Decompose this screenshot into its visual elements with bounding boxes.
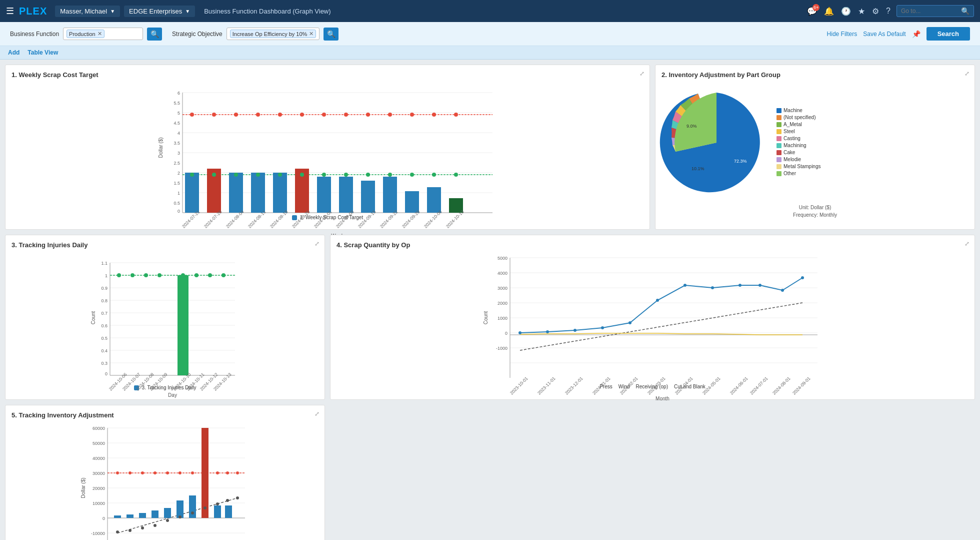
bdot11 (236, 496, 239, 499)
business-function-remove-icon[interactable]: ✕ (98, 31, 102, 37)
svg-text:3000: 3000 (498, 286, 508, 291)
chart-2-expand-icon[interactable]: ⤢ (964, 70, 970, 77)
clock-icon[interactable]: 🕐 (841, 7, 851, 16)
svg-text:-1000: -1000 (496, 346, 508, 351)
svg-text:2000: 2000 (498, 301, 508, 306)
company-menu[interactable]: EDGE Enterprises ▼ (124, 6, 195, 17)
legend-dot-notspec (776, 115, 782, 120)
svg-text:10000: 10000 (92, 501, 105, 506)
svg-text:Day: Day (168, 392, 177, 398)
legend-notspec: (Not specified) (776, 115, 820, 120)
rdot5 (166, 471, 169, 474)
star-icon[interactable]: ★ (858, 7, 865, 16)
legend-dot-other (776, 171, 782, 176)
inj-dot4 (158, 273, 162, 277)
svg-text:4: 4 (178, 131, 180, 136)
help-icon[interactable]: ? (886, 7, 890, 16)
c5bar10 (225, 505, 232, 518)
legend-melodie: Melodie (776, 157, 820, 162)
page-title: Business Function Dashboard (Graph View) (204, 8, 807, 15)
rdot9 (216, 471, 219, 474)
hamburger-menu[interactable]: ☰ (6, 6, 14, 17)
nav-icons-group: 💬6+ 🔔 🕐 ★ ⚙ ? (807, 7, 890, 16)
dot-r13 (454, 113, 458, 117)
save-as-default-link[interactable]: Save As Default (863, 31, 906, 38)
chart-5-card: 5. Tracking Inventory Adjustment ⤢ Dolla… (5, 405, 325, 540)
bar-8 (339, 177, 353, 213)
pie-label-101: 10.1% (692, 166, 704, 171)
chart-4-title: 4. Scrap Quantity by Op (336, 241, 968, 249)
inj-dot7 (208, 273, 212, 277)
chart-1-legend-label: 1. Weekly Scrap Cost Target (300, 215, 363, 220)
company-name: EDGE Enterprises (129, 8, 182, 15)
business-function-tag: Production ✕ (66, 30, 104, 38)
nav-search-input[interactable] (901, 8, 961, 15)
chart-3-expand-icon[interactable]: ⤢ (314, 240, 320, 247)
dot-r8 (344, 113, 348, 117)
c5bar8 (202, 428, 208, 518)
strategic-objective-input[interactable]: Increase Op Efficiency by 10% ✕ (226, 28, 320, 40)
dot-b6 (656, 299, 659, 302)
action-bar: Add Table View (0, 46, 980, 60)
bell-icon[interactable]: 🔔 (824, 7, 834, 16)
dot-b1 (518, 331, 522, 334)
pin-icon[interactable]: 📌 (912, 30, 920, 38)
legend-casting: Casting (776, 136, 820, 141)
svg-text:0: 0 (102, 516, 105, 521)
svg-text:0.5: 0.5 (174, 201, 180, 206)
pie-label-72: 72.3% (734, 159, 747, 164)
svg-text:0.9: 0.9 (101, 286, 108, 291)
chart-3-title: 3. Tracking Injuries Daily (12, 241, 318, 249)
bdot1 (116, 530, 119, 533)
business-function-search-button[interactable]: 🔍 (147, 28, 162, 41)
strategic-objective-search-button[interactable]: 🔍 (324, 28, 338, 41)
svg-text:0.8: 0.8 (101, 298, 108, 303)
user-menu[interactable]: Masser, Michael ▼ (55, 6, 120, 17)
add-link[interactable]: Add (8, 49, 20, 56)
chart-4-svg: Count 5000 4000 3000 2000 1000 0 -1000 (336, 253, 968, 383)
bar-5 (273, 173, 287, 213)
svg-text:2.5: 2.5 (174, 161, 180, 166)
svg-text:1.5: 1.5 (174, 181, 180, 186)
rdot1 (116, 471, 119, 474)
dot-b3 (574, 329, 576, 332)
dot-r12 (432, 113, 436, 117)
nav-search-icon[interactable]: 🔍 (961, 7, 970, 15)
hide-filters-link[interactable]: Hide Filters (827, 31, 858, 38)
dot-r7 (322, 113, 326, 117)
svg-text:1000: 1000 (498, 316, 508, 321)
chat-icon[interactable]: 💬6+ (807, 7, 817, 16)
dot-g7 (322, 173, 326, 177)
business-function-input[interactable]: Production ✕ (63, 28, 143, 40)
search-button[interactable]: Search (926, 27, 970, 41)
dashboard: 1. Weekly Scrap Cost Target ⤢ Dollar ($)… (0, 60, 980, 540)
pie-slice-other (674, 93, 716, 152)
chart-1-expand-icon[interactable]: ⤢ (640, 70, 644, 77)
dot-g3 (234, 173, 238, 177)
strategic-objective-remove-icon[interactable]: ✕ (309, 31, 314, 37)
legend-ametal: A_Metal (776, 122, 820, 127)
svg-text:0: 0 (505, 331, 508, 336)
gear-icon[interactable]: ⚙ (872, 7, 879, 16)
svg-text:3: 3 (178, 151, 180, 156)
rdot3 (141, 471, 144, 474)
svg-text:4.5: 4.5 (174, 121, 180, 126)
dot-g10 (388, 173, 392, 177)
chat-badge: 6+ (812, 4, 820, 11)
dot-b5 (628, 321, 632, 324)
svg-text:Dollar ($): Dollar ($) (80, 477, 86, 498)
svg-text:0.3: 0.3 (101, 361, 108, 366)
legend-machining: Machining (776, 143, 820, 148)
chart-5-expand-icon[interactable]: ⤢ (314, 410, 320, 417)
bar-inj (178, 275, 188, 375)
table-view-link[interactable]: Table View (28, 49, 58, 56)
chart-4-expand-icon[interactable]: ⤢ (964, 240, 970, 247)
dot-r5 (278, 113, 282, 117)
c5bar1 (114, 515, 121, 518)
company-arrow-icon: ▼ (185, 9, 190, 14)
chart-1-title: 1. Weekly Scrap Cost Target (12, 71, 644, 79)
dot-b11 (781, 289, 784, 292)
rdot7 (191, 471, 194, 474)
inj-dot2 (130, 273, 134, 277)
bdot8 (204, 506, 206, 509)
